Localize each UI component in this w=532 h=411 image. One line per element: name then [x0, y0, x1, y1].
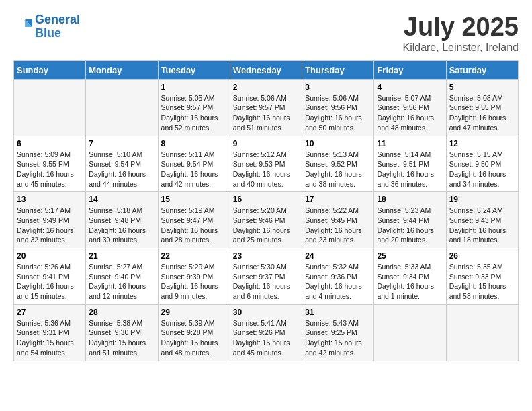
day-cell: 30Sunrise: 5:41 AMSunset: 9:26 PMDayligh…	[230, 304, 302, 361]
day-number: 18	[377, 195, 443, 204]
day-cell: 25Sunrise: 5:33 AMSunset: 9:34 PMDayligh…	[374, 248, 446, 305]
header-cell-saturday: Saturday	[446, 60, 518, 79]
day-number: 23	[233, 251, 299, 261]
header-cell-thursday: Thursday	[302, 60, 374, 79]
day-cell: 5Sunrise: 5:08 AMSunset: 9:55 PMDaylight…	[446, 79, 518, 136]
day-cell: 7Sunrise: 5:10 AMSunset: 9:54 PMDaylight…	[86, 136, 158, 192]
calendar-body: 1Sunrise: 5:05 AMSunset: 9:57 PMDaylight…	[14, 79, 519, 361]
day-info: Sunrise: 5:29 AMSunset: 9:39 PMDaylight:…	[161, 262, 227, 302]
day-number: 29	[161, 308, 227, 317]
day-cell: 13Sunrise: 5:17 AMSunset: 9:49 PMDayligh…	[14, 192, 86, 248]
week-row-4: 20Sunrise: 5:26 AMSunset: 9:41 PMDayligh…	[14, 248, 519, 305]
day-info: Sunrise: 5:43 AMSunset: 9:25 PMDaylight:…	[305, 318, 371, 358]
day-info: Sunrise: 5:30 AMSunset: 9:37 PMDaylight:…	[233, 262, 299, 302]
day-info: Sunrise: 5:10 AMSunset: 9:54 PMDaylight:…	[89, 150, 154, 189]
day-cell: 6Sunrise: 5:09 AMSunset: 9:55 PMDaylight…	[14, 136, 86, 192]
day-number: 2	[233, 83, 299, 92]
day-number: 27	[17, 308, 83, 317]
day-number: 3	[305, 83, 371, 92]
day-info: Sunrise: 5:24 AMSunset: 9:43 PMDaylight:…	[449, 205, 515, 245]
logo-line2: Blue	[35, 26, 61, 40]
day-cell	[14, 79, 86, 136]
day-info: Sunrise: 5:06 AMSunset: 9:57 PMDaylight:…	[233, 93, 299, 133]
day-info: Sunrise: 5:36 AMSunset: 9:31 PMDaylight:…	[17, 318, 83, 358]
day-cell: 14Sunrise: 5:18 AMSunset: 9:48 PMDayligh…	[86, 192, 158, 248]
day-info: Sunrise: 5:32 AMSunset: 9:36 PMDaylight:…	[305, 262, 371, 302]
day-cell: 2Sunrise: 5:06 AMSunset: 9:57 PMDaylight…	[230, 79, 302, 136]
day-number: 5	[449, 83, 515, 92]
day-info: Sunrise: 5:38 AMSunset: 9:30 PMDaylight:…	[89, 318, 154, 358]
day-number: 10	[305, 139, 371, 148]
day-cell: 9Sunrise: 5:12 AMSunset: 9:53 PMDaylight…	[230, 136, 302, 192]
logo-icon	[13, 17, 32, 36]
day-number: 14	[89, 195, 154, 204]
day-number: 13	[17, 195, 83, 204]
day-cell: 8Sunrise: 5:11 AMSunset: 9:54 PMDaylight…	[158, 136, 230, 192]
day-cell: 21Sunrise: 5:27 AMSunset: 9:40 PMDayligh…	[86, 248, 158, 305]
day-info: Sunrise: 5:39 AMSunset: 9:28 PMDaylight:…	[161, 318, 227, 358]
day-number: 21	[89, 251, 154, 261]
day-info: Sunrise: 5:08 AMSunset: 9:55 PMDaylight:…	[449, 93, 515, 133]
day-number: 31	[305, 308, 371, 317]
day-cell: 15Sunrise: 5:19 AMSunset: 9:47 PMDayligh…	[158, 192, 230, 248]
day-number: 8	[161, 139, 227, 148]
week-row-1: 1Sunrise: 5:05 AMSunset: 9:57 PMDaylight…	[14, 79, 519, 136]
day-cell: 18Sunrise: 5:23 AMSunset: 9:44 PMDayligh…	[374, 192, 446, 248]
day-info: Sunrise: 5:19 AMSunset: 9:47 PMDaylight:…	[161, 205, 227, 245]
day-info: Sunrise: 5:06 AMSunset: 9:56 PMDaylight:…	[305, 93, 371, 133]
day-info: Sunrise: 5:07 AMSunset: 9:56 PMDaylight:…	[377, 93, 443, 133]
day-cell: 28Sunrise: 5:38 AMSunset: 9:30 PMDayligh…	[86, 304, 158, 361]
calendar-header: SundayMondayTuesdayWednesdayThursdayFrid…	[14, 60, 519, 79]
logo-line1: General	[35, 13, 80, 26]
day-cell: 26Sunrise: 5:35 AMSunset: 9:33 PMDayligh…	[446, 248, 518, 305]
day-cell: 23Sunrise: 5:30 AMSunset: 9:37 PMDayligh…	[230, 248, 302, 305]
day-info: Sunrise: 5:17 AMSunset: 9:49 PMDaylight:…	[17, 205, 83, 245]
week-row-3: 13Sunrise: 5:17 AMSunset: 9:49 PMDayligh…	[14, 192, 519, 248]
day-info: Sunrise: 5:20 AMSunset: 9:46 PMDaylight:…	[233, 205, 299, 245]
day-cell	[374, 304, 446, 361]
header-cell-friday: Friday	[374, 60, 446, 79]
day-cell: 20Sunrise: 5:26 AMSunset: 9:41 PMDayligh…	[14, 248, 86, 305]
day-cell: 29Sunrise: 5:39 AMSunset: 9:28 PMDayligh…	[158, 304, 230, 361]
day-cell: 19Sunrise: 5:24 AMSunset: 9:43 PMDayligh…	[446, 192, 518, 248]
day-number: 9	[233, 139, 299, 148]
day-info: Sunrise: 5:23 AMSunset: 9:44 PMDaylight:…	[377, 205, 443, 245]
header-row: SundayMondayTuesdayWednesdayThursdayFrid…	[14, 60, 519, 79]
day-number: 16	[233, 195, 299, 204]
day-cell	[86, 79, 158, 136]
day-number: 25	[377, 251, 443, 261]
day-info: Sunrise: 5:11 AMSunset: 9:54 PMDaylight:…	[161, 150, 227, 189]
day-cell: 31Sunrise: 5:43 AMSunset: 9:25 PMDayligh…	[302, 304, 374, 361]
page-header: General Blue July 2025 Kildare, Leinster…	[13, 13, 519, 54]
day-cell: 22Sunrise: 5:29 AMSunset: 9:39 PMDayligh…	[158, 248, 230, 305]
week-row-5: 27Sunrise: 5:36 AMSunset: 9:31 PMDayligh…	[14, 304, 519, 361]
day-cell: 4Sunrise: 5:07 AMSunset: 9:56 PMDaylight…	[374, 79, 446, 136]
day-number: 26	[449, 251, 515, 261]
day-info: Sunrise: 5:12 AMSunset: 9:53 PMDaylight:…	[233, 150, 299, 189]
day-cell: 3Sunrise: 5:06 AMSunset: 9:56 PMDaylight…	[302, 79, 374, 136]
day-number: 4	[377, 83, 443, 92]
day-cell: 10Sunrise: 5:13 AMSunset: 9:52 PMDayligh…	[302, 136, 374, 192]
day-info: Sunrise: 5:05 AMSunset: 9:57 PMDaylight:…	[161, 93, 227, 133]
day-info: Sunrise: 5:15 AMSunset: 9:50 PMDaylight:…	[449, 150, 515, 189]
logo: General Blue	[13, 13, 80, 40]
calendar-table: SundayMondayTuesdayWednesdayThursdayFrid…	[13, 60, 519, 361]
day-number: 12	[449, 139, 515, 148]
header-cell-wednesday: Wednesday	[230, 60, 302, 79]
day-info: Sunrise: 5:09 AMSunset: 9:55 PMDaylight:…	[17, 150, 83, 189]
day-cell: 16Sunrise: 5:20 AMSunset: 9:46 PMDayligh…	[230, 192, 302, 248]
day-number: 6	[17, 139, 83, 148]
day-info: Sunrise: 5:41 AMSunset: 9:26 PMDaylight:…	[233, 318, 299, 358]
day-number: 28	[89, 308, 154, 317]
header-cell-tuesday: Tuesday	[158, 60, 230, 79]
day-cell: 11Sunrise: 5:14 AMSunset: 9:51 PMDayligh…	[374, 136, 446, 192]
week-row-2: 6Sunrise: 5:09 AMSunset: 9:55 PMDaylight…	[14, 136, 519, 192]
day-info: Sunrise: 5:18 AMSunset: 9:48 PMDaylight:…	[89, 205, 154, 245]
header-cell-monday: Monday	[86, 60, 158, 79]
day-cell	[446, 304, 518, 361]
day-info: Sunrise: 5:27 AMSunset: 9:40 PMDaylight:…	[89, 262, 154, 302]
day-info: Sunrise: 5:35 AMSunset: 9:33 PMDaylight:…	[449, 262, 515, 302]
day-number: 7	[89, 139, 154, 148]
day-number: 20	[17, 251, 83, 261]
day-number: 17	[305, 195, 371, 204]
